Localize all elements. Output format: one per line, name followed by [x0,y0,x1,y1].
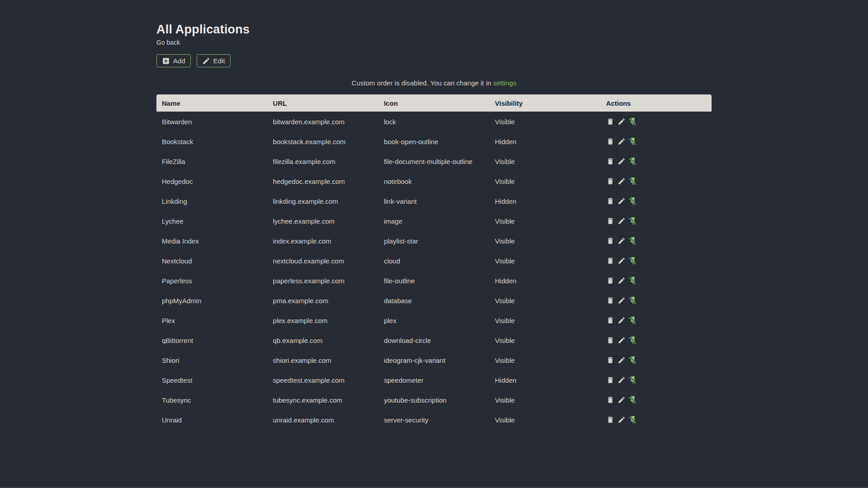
app-visibility: Visible [490,350,601,370]
pin-off-icon[interactable] [628,117,637,126]
app-name: Speedtest [156,370,268,390]
delete-icon[interactable] [606,276,615,285]
app-url: paperless.example.com [268,271,379,291]
delete-icon[interactable] [606,296,615,305]
app-url: qb.example.com [268,330,379,350]
delete-icon[interactable] [606,216,615,225]
app-url: hedgedoc.example.com [268,171,379,191]
pin-off-icon[interactable] [628,216,637,225]
pin-off-icon[interactable] [628,256,637,265]
app-name: Tubesync [156,390,268,410]
pin-off-icon[interactable] [628,157,637,166]
app-name: FileZilla [156,151,268,171]
app-visibility: Visible [490,112,601,131]
app-visibility: Visible [490,251,601,271]
pin-off-icon[interactable] [628,336,637,345]
pin-off-icon[interactable] [628,296,637,305]
pin-off-icon[interactable] [628,197,637,206]
pencil-icon[interactable] [617,296,626,305]
row-actions [606,390,706,410]
table-row: Tubesync tubesync.example.com youtube-su… [156,390,712,410]
row-actions [606,350,706,370]
go-back-link[interactable]: Go back [156,39,180,46]
page-title: All Applications [156,23,712,37]
row-actions [606,271,706,291]
row-actions [606,211,706,231]
app-visibility: Hidden [490,131,601,151]
app-visibility: Visible [490,390,601,410]
app-url: filezilla.example.com [268,151,379,171]
pin-off-icon[interactable] [628,236,637,245]
pencil-icon[interactable] [617,375,626,385]
delete-icon[interactable] [606,157,615,166]
pencil-icon[interactable] [617,117,626,126]
settings-link[interactable]: settings [493,79,517,87]
app-visibility: Visible [490,171,601,191]
table-row: Bitwarden bitwarden.example.com lock Vis… [156,112,712,131]
row-actions [606,191,706,211]
app-url: pma.example.com [268,291,379,310]
table-row: Speedtest speedtest.example.com speedome… [156,370,712,390]
pencil-icon[interactable] [617,236,626,245]
add-button[interactable]: Add [156,54,191,67]
pin-off-icon[interactable] [628,415,637,424]
table-row: Paperless paperless.example.com file-out… [156,271,712,291]
app-visibility: Visible [490,151,601,171]
pencil-icon[interactable] [617,276,626,285]
delete-icon[interactable] [606,177,615,186]
pencil-icon[interactable] [617,256,626,265]
row-actions [606,171,706,191]
row-actions [606,151,706,171]
pencil-icon[interactable] [617,157,626,166]
pencil-icon[interactable] [617,216,626,225]
app-name: Plex [156,310,268,330]
pin-off-icon[interactable] [628,177,637,186]
row-actions [606,251,706,271]
pencil-icon[interactable] [617,177,626,186]
delete-icon[interactable] [606,236,615,245]
delete-icon[interactable] [606,336,615,345]
delete-icon[interactable] [606,137,615,146]
app-visibility: Visible [490,310,601,330]
pencil-icon [202,57,210,65]
pencil-icon[interactable] [617,197,626,206]
delete-icon[interactable] [606,356,615,365]
delete-icon[interactable] [606,197,615,206]
app-icon-name: cloud [378,251,490,271]
row-actions [606,131,706,151]
app-url: bookstack.example.com [268,131,379,151]
delete-icon[interactable] [606,256,615,265]
app-name: Media Index [156,231,268,251]
pin-off-icon[interactable] [628,276,637,285]
app-name: Linkding [156,191,268,211]
edit-button[interactable]: Edit [197,54,231,67]
delete-icon[interactable] [606,316,615,325]
pin-off-icon[interactable] [628,356,637,365]
custom-order-notice: Custom order is disabled. You can change… [156,79,712,87]
row-actions [606,310,706,330]
delete-icon[interactable] [606,375,615,385]
pencil-icon[interactable] [617,137,626,146]
pin-off-icon[interactable] [628,316,637,325]
pencil-icon[interactable] [617,356,626,365]
pin-off-icon[interactable] [628,395,637,404]
pencil-icon[interactable] [617,316,626,325]
pencil-icon[interactable] [617,395,626,404]
main-content: All Applications Go back Add Edit Custom… [156,0,712,430]
delete-icon[interactable] [606,395,615,404]
app-icon-name: database [378,291,490,310]
app-icon-name: link-variant [378,191,490,211]
pencil-icon[interactable] [617,336,626,345]
pencil-icon[interactable] [617,415,626,424]
pin-off-icon[interactable] [628,137,637,146]
delete-icon[interactable] [606,117,615,126]
pin-off-icon[interactable] [628,375,637,385]
table-row: phpMyAdmin pma.example.com database Visi… [156,291,712,310]
delete-icon[interactable] [606,415,615,424]
app-name: qBittorrent [156,330,268,350]
app-icon-name: image [378,211,490,231]
app-name: Unraid [156,410,268,430]
app-name: Hedgedoc [156,171,268,191]
column-header-url: URL [268,94,379,112]
table-row: Media Index index.example.com playlist-s… [156,231,712,251]
